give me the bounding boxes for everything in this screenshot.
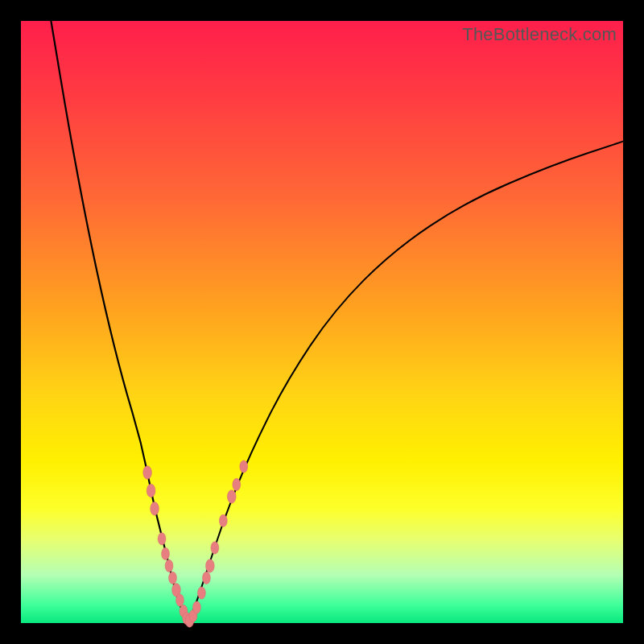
marker-dot [197,587,205,599]
marker-dot [147,484,155,497]
marker-dot [202,572,210,584]
chart-frame: TheBottleneck.com [0,0,644,644]
marker-dot [151,502,159,516]
marker-dot [211,542,219,554]
marker-dot [143,466,152,480]
marker-dot [169,572,177,584]
marker-dot [192,601,200,613]
left-branch-path [51,21,188,623]
marker-dot [206,559,215,573]
marker-dot [158,533,166,545]
marker-dot [165,559,173,572]
marker-dot [176,594,184,606]
curve-layer [21,21,623,623]
marker-dot [219,514,227,526]
right-branch-path [188,142,623,623]
plot-area: TheBottleneck.com [21,21,623,623]
marker-dot [162,547,170,559]
marker-dot [227,490,236,504]
marker-group [143,460,248,627]
marker-dot [240,460,248,473]
marker-dot [233,478,241,490]
